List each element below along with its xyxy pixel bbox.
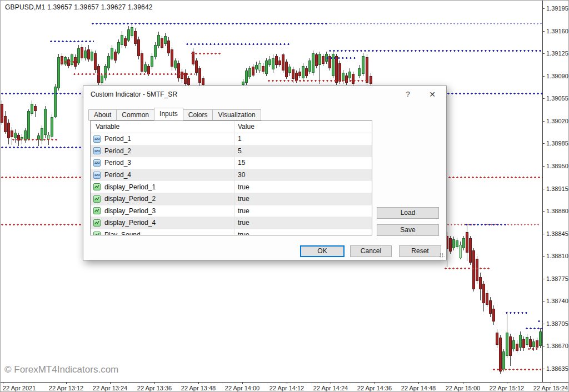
price-label: 1.38670 bbox=[546, 343, 568, 349]
price-tick bbox=[542, 53, 545, 54]
column-header-variable: Variable bbox=[96, 121, 119, 133]
time-label: 22 Apr 14:00 bbox=[225, 385, 259, 391]
tab-strip: AboutCommonInputsColorsVisualization bbox=[88, 108, 261, 120]
table-header: Variable Value bbox=[91, 121, 372, 133]
close-icon[interactable]: ✕ bbox=[423, 86, 442, 103]
variable-value[interactable]: true bbox=[238, 207, 249, 215]
time-tick bbox=[418, 382, 419, 384]
support-dotted-line bbox=[267, 79, 367, 82]
mt4-window: GBPUSD,M1 1.39657 1.39657 1.39627 1.3964… bbox=[0, 0, 569, 392]
table-rows: 123Period_11123Period_25123Period_315123… bbox=[91, 133, 372, 235]
resistance-dotted-line bbox=[505, 311, 527, 314]
price-label: 1.39160 bbox=[546, 28, 568, 34]
tab-visualization[interactable]: Visualization bbox=[212, 109, 261, 120]
boolean-parameter-icon bbox=[93, 183, 101, 190]
price-tick bbox=[542, 8, 545, 9]
price-tick bbox=[542, 121, 545, 122]
price-label: 1.39020 bbox=[546, 118, 568, 124]
save-button[interactable]: Save bbox=[377, 224, 439, 236]
price-label: 1.38880 bbox=[546, 208, 568, 214]
time-tick bbox=[154, 382, 155, 384]
resize-grip[interactable] bbox=[440, 253, 445, 258]
variable-value[interactable]: 30 bbox=[238, 171, 245, 179]
price-tick bbox=[542, 279, 545, 279]
tab-common[interactable]: Common bbox=[116, 109, 154, 120]
time-label: 22 Apr 13:12 bbox=[49, 385, 83, 391]
variable-value[interactable]: true bbox=[238, 195, 249, 203]
table-row[interactable]: 123Period_25 bbox=[91, 145, 372, 158]
load-button[interactable]: Load bbox=[377, 207, 439, 219]
price-tick bbox=[542, 211, 545, 212]
table-row[interactable]: display_Period_3true bbox=[91, 205, 372, 218]
table-row[interactable]: Play_Soundtrue bbox=[91, 229, 372, 235]
variable-name: Period_2 bbox=[104, 147, 131, 155]
table-row[interactable]: display_Period_1true bbox=[91, 181, 372, 193]
time-label: 22 Apr 14:24 bbox=[313, 385, 348, 391]
time-tick bbox=[110, 382, 111, 384]
cancel-button[interactable]: Cancel bbox=[350, 245, 392, 257]
variable-name: display_Period_4 bbox=[104, 219, 156, 227]
boolean-parameter-icon bbox=[93, 232, 101, 235]
watermark: © ForexMT4Indicators.com bbox=[4, 364, 118, 375]
support-dotted-line bbox=[444, 267, 491, 270]
price-label: 1.39055 bbox=[546, 95, 568, 102]
time-label: 22 Apr 15:12 bbox=[490, 385, 524, 391]
boolean-parameter-icon bbox=[93, 219, 101, 227]
time-tick bbox=[287, 382, 287, 384]
help-icon[interactable]: ? bbox=[398, 86, 417, 103]
price-tick bbox=[542, 346, 545, 346]
dialog-title: Custom Indicator - 5MTF_SR bbox=[91, 91, 177, 98]
dialog-titlebar[interactable]: Custom Indicator - 5MTF_SR ? ✕ bbox=[83, 86, 446, 103]
support-dotted-line bbox=[492, 368, 541, 371]
variable-value[interactable]: true bbox=[238, 183, 249, 191]
price-tick bbox=[542, 324, 545, 324]
price-tick bbox=[542, 234, 545, 234]
price-label: 1.38985 bbox=[546, 140, 568, 147]
time-tick bbox=[3, 382, 3, 384]
reset-button[interactable]: Reset bbox=[399, 245, 441, 257]
table-row[interactable]: 123Period_430 bbox=[91, 169, 372, 182]
column-header-value: Value bbox=[238, 121, 254, 133]
support-dotted-line bbox=[191, 52, 222, 55]
support-dotted-line bbox=[527, 348, 540, 350]
tab-inputs[interactable]: Inputs bbox=[154, 108, 183, 120]
number-parameter-icon: 123 bbox=[93, 172, 101, 179]
price-tick bbox=[542, 189, 545, 189]
table-row[interactable]: display_Period_4true bbox=[91, 217, 372, 229]
time-label: 22 Apr 14:48 bbox=[401, 385, 436, 391]
parameters-table: Variable Value 123Period_11123Period_251… bbox=[90, 120, 372, 235]
variable-value[interactable]: 15 bbox=[238, 159, 245, 167]
time-tick bbox=[242, 382, 243, 384]
table-row[interactable]: 123Period_11 bbox=[91, 133, 372, 145]
variable-name: Period_3 bbox=[104, 159, 131, 167]
time-label: 22 Apr 13:24 bbox=[93, 385, 127, 391]
table-row[interactable]: 123Period_315 bbox=[91, 157, 372, 169]
tab-colors[interactable]: Colors bbox=[183, 109, 213, 120]
table-row[interactable]: display_Period_2true bbox=[91, 193, 372, 205]
support-dotted-line bbox=[12, 138, 59, 141]
price-label: 1.39125 bbox=[546, 50, 568, 57]
tab-about[interactable]: About bbox=[88, 109, 117, 120]
resistance-dotted-line bbox=[465, 223, 507, 226]
support-dotted-line bbox=[73, 73, 195, 76]
variable-value[interactable]: true bbox=[238, 231, 249, 235]
support-dotted-line bbox=[60, 61, 77, 63]
price-tick bbox=[542, 166, 545, 167]
boolean-parameter-icon bbox=[93, 195, 101, 203]
variable-value[interactable]: 1 bbox=[238, 135, 242, 143]
variable-value[interactable]: true bbox=[238, 219, 249, 227]
time-label: 22 Apr 13:36 bbox=[137, 385, 172, 391]
time-tick bbox=[375, 382, 375, 384]
ok-button[interactable]: OK bbox=[300, 245, 345, 257]
price-label: 1.38845 bbox=[546, 230, 568, 237]
time-tick bbox=[463, 382, 463, 384]
indicator-dialog: Custom Indicator - 5MTF_SR ? ✕ AboutComm… bbox=[83, 86, 447, 260]
variable-name: Period_4 bbox=[104, 171, 131, 179]
variable-value[interactable]: 5 bbox=[238, 147, 242, 155]
variable-name: Period_1 bbox=[104, 135, 131, 143]
price-tick bbox=[542, 31, 545, 32]
variable-name: display_Period_2 bbox=[104, 195, 156, 203]
time-tick bbox=[551, 382, 551, 384]
time-label: 22 Apr 2021 bbox=[3, 385, 36, 391]
resistance-dotted-line bbox=[186, 43, 291, 46]
